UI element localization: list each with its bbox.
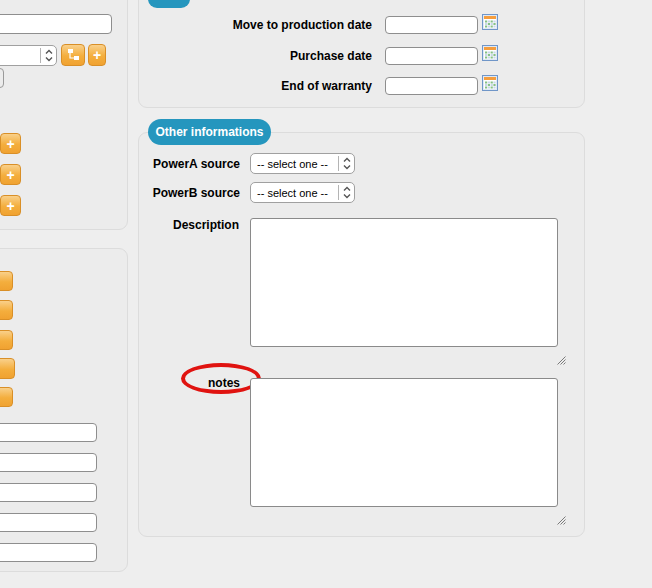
sidebar-field[interactable] xyxy=(0,483,97,502)
plus-button[interactable] xyxy=(0,358,15,379)
end-of-warranty-input[interactable] xyxy=(385,77,478,95)
field-label: PowerA source xyxy=(138,155,240,173)
resize-grip-icon[interactable] xyxy=(557,351,566,360)
sidebar-field[interactable] xyxy=(0,423,97,442)
plus-button[interactable]: + xyxy=(0,133,21,154)
powera-source-select[interactable]: -- select one -- xyxy=(250,153,355,174)
calendar-icon[interactable] xyxy=(482,45,498,61)
plus-button[interactable] xyxy=(0,300,13,320)
purchase-date-input[interactable] xyxy=(385,47,478,65)
field-label: Description xyxy=(139,218,239,232)
other-informations-tab: Other informations xyxy=(148,119,271,145)
field-label: End of warranty xyxy=(138,77,372,95)
plus-button[interactable]: + xyxy=(0,195,21,216)
field-label: Move to production date xyxy=(138,16,372,34)
chevron-updown-icon xyxy=(41,49,56,62)
sidebar-field[interactable] xyxy=(0,513,97,532)
add-child-tree-button[interactable] xyxy=(61,44,85,66)
page: + + + + Move to production date Purchase… xyxy=(0,0,652,588)
plus-button[interactable] xyxy=(0,387,13,407)
notes-textarea[interactable] xyxy=(250,378,558,507)
tree-hierarchy-icon xyxy=(67,48,80,63)
chevron-updown-icon xyxy=(339,157,354,170)
resize-grip-icon[interactable] xyxy=(557,511,566,520)
chevron-updown-icon xyxy=(339,186,354,199)
move-to-production-date-input[interactable] xyxy=(385,16,478,34)
calendar-icon[interactable] xyxy=(482,75,498,91)
sidebar-field[interactable] xyxy=(0,543,97,562)
description-textarea[interactable] xyxy=(250,218,558,347)
sidebar-field[interactable] xyxy=(0,453,97,472)
notes-annotation-ellipse xyxy=(181,363,261,394)
plus-button[interactable] xyxy=(0,271,13,291)
plus-button[interactable]: + xyxy=(0,164,21,185)
calendar-icon[interactable] xyxy=(482,14,498,30)
sidebar-partial-control[interactable] xyxy=(0,68,4,88)
plus-button[interactable] xyxy=(0,330,13,350)
field-label: Purchase date xyxy=(138,47,372,65)
powerb-source-select[interactable]: -- select one -- xyxy=(250,182,355,203)
select-value: -- select one -- xyxy=(251,158,338,170)
dates-section-tab xyxy=(148,0,190,8)
field-label: PowerB source xyxy=(138,184,240,202)
sidebar-select[interactable] xyxy=(0,45,57,66)
add-button[interactable]: + xyxy=(88,44,106,66)
select-value: -- select one -- xyxy=(251,187,338,199)
sidebar-text-input[interactable] xyxy=(0,14,112,34)
